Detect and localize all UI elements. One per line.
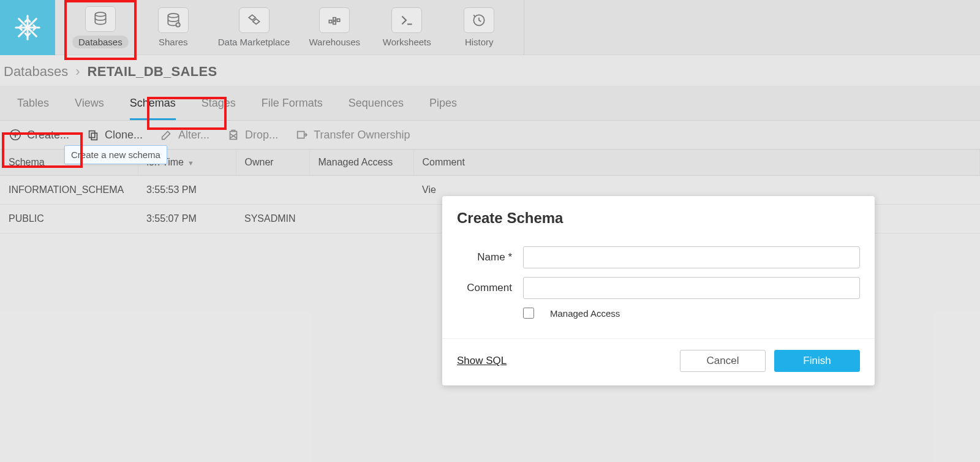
clone-button[interactable]: Clone... [86, 128, 143, 142]
finish-button[interactable]: Finish [774, 350, 860, 372]
svg-rect-3 [330, 20, 332, 23]
tab-stages[interactable]: Stages [202, 97, 236, 120]
marketplace-icon [246, 12, 262, 28]
history-icon [471, 12, 487, 28]
nav-worksheets-label: Worksheets [383, 37, 431, 47]
nav-worksheets[interactable]: Worksheets [379, 7, 434, 47]
nav-marketplace-label: Data Marketplace [218, 37, 290, 47]
warehouse-icon [326, 12, 342, 28]
svg-point-1 [168, 13, 178, 18]
breadcrumb-root[interactable]: Databases [4, 64, 68, 80]
comment-label: Comment [457, 282, 512, 294]
plus-circle-icon [9, 128, 22, 142]
cell-owner: SYSADMIN [236, 205, 309, 233]
dialog-title: Create Schema [442, 196, 875, 232]
nav-history[interactable]: History [451, 7, 507, 47]
drop-button[interactable]: Drop... [227, 128, 278, 142]
comment-input[interactable] [523, 277, 860, 299]
database-icon [92, 11, 108, 27]
copy-icon [86, 128, 100, 142]
nav-marketplace[interactable]: Data Marketplace [218, 7, 290, 47]
worksheet-icon [399, 12, 415, 28]
create-tooltip: Create a new schema [64, 145, 167, 164]
name-label: Name * [457, 251, 512, 263]
cell-schema: PUBLIC [0, 205, 138, 233]
nav-databases[interactable]: Databases [72, 6, 129, 48]
breadcrumb-db[interactable]: RETAIL_DB_SALES [88, 64, 217, 80]
svg-rect-5 [333, 21, 336, 24]
name-input[interactable] [523, 246, 860, 268]
cell-managed [309, 205, 413, 233]
nav-shares[interactable]: Shares [146, 7, 201, 47]
cell-schema: INFORMATION_SCHEMA [0, 176, 138, 205]
col-comment[interactable]: Comment [413, 150, 980, 176]
nav-warehouses-label: Warehouses [309, 37, 360, 47]
svg-point-0 [95, 12, 105, 17]
tab-schemas[interactable]: Schemas [130, 97, 176, 120]
tab-tables[interactable]: Tables [17, 97, 49, 120]
clone-button-label: Clone... [105, 129, 143, 142]
svg-rect-4 [333, 18, 336, 20]
top-nav: Databases Shares Data Market [0, 0, 980, 55]
col-managed[interactable]: Managed Access [309, 150, 413, 176]
alter-button[interactable]: Alter... [160, 128, 209, 142]
chevron-right-icon: › [75, 64, 80, 80]
cell-owner [236, 176, 309, 205]
cancel-button[interactable]: Cancel [680, 350, 766, 372]
create-button[interactable]: Create... [9, 128, 69, 142]
action-bar: Create... Clone... Alter... Drop... Tran… [0, 121, 980, 150]
delete-icon [227, 128, 240, 142]
nav-databases-label: Databases [72, 36, 129, 48]
cell-time: 3:55:53 PM [138, 176, 236, 205]
show-sql-link[interactable]: Show SQL [457, 355, 507, 367]
create-button-label: Create... [27, 129, 69, 142]
managed-access-checkbox[interactable] [523, 308, 534, 319]
transfer-ownership-button[interactable]: Transfer Ownership [295, 128, 410, 142]
svg-point-2 [176, 23, 180, 27]
svg-rect-10 [91, 133, 97, 140]
object-tabs: Tables Views Schemas Stages File Formats… [0, 86, 980, 121]
alter-button-label: Alter... [178, 129, 209, 142]
snowflake-logo[interactable] [0, 0, 55, 55]
share-icon [165, 12, 181, 28]
tab-file-formats[interactable]: File Formats [262, 97, 323, 120]
managed-access-label: Managed Access [550, 308, 620, 319]
tab-pipes[interactable]: Pipes [429, 97, 457, 120]
edit-icon [160, 128, 173, 142]
tab-sequences[interactable]: Sequences [349, 97, 404, 120]
cell-time: 3:55:07 PM [138, 205, 236, 233]
svg-rect-6 [337, 19, 340, 21]
svg-rect-9 [89, 131, 95, 138]
breadcrumb: Databases › RETAIL_DB_SALES [0, 55, 980, 86]
nav-history-label: History [465, 37, 494, 47]
tab-views[interactable]: Views [75, 97, 104, 120]
nav-items: Databases Shares Data Market [55, 0, 524, 55]
snowflake-icon [13, 13, 42, 42]
col-owner[interactable]: Owner [236, 150, 309, 176]
nav-shares-label: Shares [159, 37, 188, 47]
create-schema-dialog: Create Schema Name * Comment Managed Acc… [442, 196, 875, 385]
transfer-ownership-label: Transfer Ownership [314, 129, 410, 142]
drop-button-label: Drop... [245, 129, 278, 142]
nav-warehouses[interactable]: Warehouses [307, 7, 362, 47]
cell-managed [309, 176, 413, 205]
transfer-icon [295, 128, 309, 142]
svg-rect-12 [298, 132, 304, 138]
